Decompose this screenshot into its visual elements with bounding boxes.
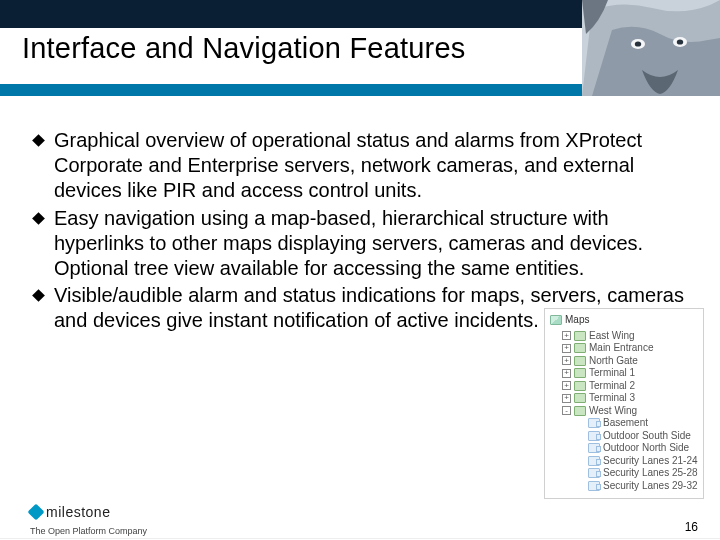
expand-icon[interactable]: + — [562, 381, 571, 390]
header: Interface and Navigation Features — [0, 0, 720, 96]
camera-icon — [588, 418, 600, 428]
tree-node[interactable]: +Terminal 2 — [548, 380, 700, 393]
tree-node[interactable]: Security Lanes 25-28 — [548, 467, 700, 480]
expand-icon[interactable]: + — [562, 344, 571, 353]
expand-icon[interactable]: + — [562, 356, 571, 365]
expand-icon[interactable]: + — [562, 394, 571, 403]
expander-spacer — [576, 456, 585, 465]
maps-tree-panel: Maps +East Wing+Main Entrance+North Gate… — [544, 308, 704, 499]
slide-title: Interface and Navigation Features — [22, 32, 465, 65]
map-folder-icon — [574, 393, 586, 403]
tree-node-label: Outdoor South Side — [603, 430, 691, 443]
tree-body: +East Wing+Main Entrance+North Gate+Term… — [548, 330, 700, 493]
camera-icon — [588, 468, 600, 478]
map-folder-icon — [574, 331, 586, 341]
tree-node-label: North Gate — [589, 355, 638, 368]
tree-node[interactable]: +Terminal 3 — [548, 392, 700, 405]
svg-point-2 — [635, 41, 641, 46]
brand-logo: milestone — [30, 504, 110, 520]
tree-node-label: Basement — [603, 417, 648, 430]
tree-node-label: Security Lanes 21-24 — [603, 455, 698, 468]
tree-node[interactable]: Outdoor North Side — [548, 442, 700, 455]
expander-spacer — [576, 444, 585, 453]
tree-node[interactable]: +Main Entrance — [548, 342, 700, 355]
tree-node[interactable]: -West Wing — [548, 405, 700, 418]
tree-node-label: Terminal 2 — [589, 380, 635, 393]
tree-node-label: Main Entrance — [589, 342, 653, 355]
expand-icon[interactable]: + — [562, 331, 571, 340]
wolf-image — [582, 0, 720, 96]
brand-tagline: The Open Platform Company — [30, 526, 147, 536]
bullet-item: Easy navigation using a map-based, hiera… — [32, 206, 688, 282]
tree-node[interactable]: Security Lanes 21-24 — [548, 455, 700, 468]
bullet-list: Graphical overview of operational status… — [32, 128, 688, 334]
bullet-text: Graphical overview of operational status… — [54, 129, 642, 201]
expander-spacer — [576, 469, 585, 478]
map-folder-icon — [574, 368, 586, 378]
tree-node[interactable]: +Terminal 1 — [548, 367, 700, 380]
expander-spacer — [576, 431, 585, 440]
tree-node-label: Outdoor North Side — [603, 442, 689, 455]
expander-spacer — [576, 419, 585, 428]
tree-node-label: West Wing — [589, 405, 637, 418]
tree-node-label: East Wing — [589, 330, 635, 343]
content-area: Graphical overview of operational status… — [32, 128, 688, 336]
tree-node[interactable]: +East Wing — [548, 330, 700, 343]
maps-icon — [550, 315, 562, 325]
camera-icon — [588, 431, 600, 441]
tree-node[interactable]: Outdoor South Side — [548, 430, 700, 443]
map-folder-icon — [574, 343, 586, 353]
logo-mark-icon — [28, 504, 45, 521]
camera-icon — [588, 443, 600, 453]
logo-text: milestone — [46, 504, 110, 520]
tree-title-row: Maps — [548, 313, 700, 330]
camera-icon — [588, 456, 600, 466]
tree-node-label: Terminal 3 — [589, 392, 635, 405]
tree-node[interactable]: +North Gate — [548, 355, 700, 368]
collapse-icon[interactable]: - — [562, 406, 571, 415]
page-number: 16 — [685, 520, 698, 534]
tree-node-label: Security Lanes 25-28 — [603, 467, 698, 480]
svg-point-4 — [677, 39, 683, 44]
bullet-item: Graphical overview of operational status… — [32, 128, 688, 204]
expand-icon[interactable]: + — [562, 369, 571, 378]
map-folder-icon — [574, 356, 586, 366]
tree-title-label: Maps — [565, 314, 589, 327]
tree-node[interactable]: Basement — [548, 417, 700, 430]
tree-node-label: Terminal 1 — [589, 367, 635, 380]
map-folder-icon — [574, 406, 586, 416]
slide: Interface and Navigation Features Graphi… — [0, 0, 720, 540]
footer: milestone The Open Platform Company 16 — [0, 488, 720, 540]
map-folder-icon — [574, 381, 586, 391]
bullet-text: Easy navigation using a map-based, hiera… — [54, 207, 643, 279]
